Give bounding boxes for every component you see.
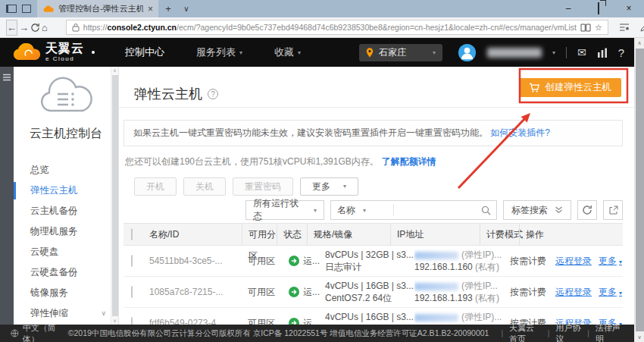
refresh-icon — [582, 205, 592, 215]
sidebar-scrollbar[interactable]: ∧ ∨ — [111, 67, 118, 325]
nav-item-services[interactable]: 服务列表▾ — [196, 45, 242, 59]
vm-private-ip: 192.168.1.193 — [414, 293, 473, 303]
back-button[interactable]: ← — [6, 20, 17, 36]
chevron-down-icon[interactable]: ▾ — [552, 49, 555, 56]
browser-toolbar: ← → ⌂ https://console2.ctyun.cn/ecm/?age… — [0, 17, 644, 38]
minimize-button[interactable]: – — [553, 0, 583, 17]
tab-preview-icon[interactable] — [22, 5, 31, 13]
page-body: 云主机控制台 总览 弹性云主机 云主机备份 物理机服务 云硬盘 云硬盘备份 镜像… — [0, 67, 644, 325]
favorite-star-icon[interactable]: ☆ — [595, 23, 602, 33]
chevron-down-icon: ▾ — [343, 178, 346, 195]
refresh-icon — [30, 23, 40, 33]
row-more-link[interactable]: 更多▾ — [599, 286, 622, 299]
sidebar-item-disk-backup[interactable]: 云硬盘备份 — [14, 262, 118, 283]
vm-id: 54511bb4-3ce5-... — [149, 256, 223, 266]
search-field-select[interactable]: 名称▾ — [331, 204, 394, 216]
row-checkbox[interactable] — [131, 286, 133, 298]
vm-zone: 可用区 — [248, 286, 289, 299]
menu-icon[interactable] — [2, 73, 11, 82]
vm-status: 运... — [303, 286, 320, 299]
browser-tab[interactable]: 管理控制台-弹性云主机 × — [37, 0, 158, 17]
url-host: console2.ctyun.cn — [107, 23, 177, 32]
sidebar-item-disk[interactable]: 云硬盘 — [14, 242, 118, 262]
install-plugin-link[interactable]: 如何安装插件? — [490, 127, 550, 138]
nav-item-console[interactable]: 控制中心 — [125, 45, 164, 59]
search-icon[interactable] — [481, 206, 491, 215]
footer-link-legal[interactable]: 法律声明 — [596, 322, 621, 342]
region-name: 石家庄 — [379, 46, 427, 59]
row-more-link[interactable]: 更多▾ — [599, 255, 622, 268]
vm-id: fdf6b549-0273-4... — [149, 318, 224, 325]
reset-password-button[interactable]: 重置密码 — [233, 177, 293, 196]
url-scheme: https:// — [83, 23, 108, 32]
remote-login-link[interactable]: 远程登录 — [555, 255, 592, 268]
help-icon[interactable]: ? — [618, 46, 624, 59]
region-selector[interactable]: 石家庄 ▾ — [359, 44, 442, 61]
row-checkbox[interactable] — [131, 255, 133, 267]
caret-down-icon: ▾ — [363, 207, 366, 214]
sidebar-item-overview[interactable]: 总览 — [14, 160, 118, 180]
language-switcher[interactable]: 中文（简体） — [11, 322, 64, 342]
create-ecs-button[interactable]: 创建弹性云主机 — [519, 78, 622, 97]
row-checkbox[interactable] — [131, 317, 133, 325]
remote-login-link[interactable]: 远程登录 — [555, 286, 592, 299]
username-redacted[interactable] — [487, 48, 542, 58]
divider — [566, 47, 567, 58]
select-all-checkbox[interactable] — [131, 228, 133, 240]
export-button[interactable] — [603, 200, 623, 220]
vm-eip-redacted — [414, 252, 458, 259]
footer-link-agreement[interactable]: 用户协议 — [555, 322, 581, 342]
start-button[interactable]: 开机 — [134, 177, 177, 196]
batch-actions: 开机 关机 重置密码 更多▾ — [134, 177, 644, 196]
search-input[interactable] — [394, 202, 476, 218]
url-path: /ecm/?agencyId=9b0e5c737ebd49468d74c6b92… — [177, 23, 577, 32]
title-help-icon[interactable]: ? — [208, 89, 218, 99]
forward-button[interactable]: → — [19, 20, 29, 36]
usage-chart-icon[interactable] — [597, 48, 608, 58]
vm-zone: 可用区 — [248, 317, 289, 325]
tab-list-icon[interactable]: ∨ — [178, 0, 195, 17]
address-bar[interactable]: https://console2.ctyun.cn/ecm/?agencyId=… — [66, 20, 608, 35]
sidebar-item-autoscaling[interactable]: ∨弹性伸缩 — [14, 303, 118, 324]
home-button[interactable]: ⌂ — [42, 20, 48, 36]
location-pin-icon — [366, 48, 374, 58]
restore-button[interactable] — [583, 0, 614, 17]
sidebar-item-ecs[interactable]: 弹性云主机 — [14, 180, 118, 201]
close-button[interactable]: × — [614, 0, 644, 17]
caret-down-icon: ▾ — [619, 259, 622, 265]
footer-links: | 天翼云首页 | 用户协议 | 法律声明 — [501, 322, 621, 342]
favorites-hub-icon[interactable] — [619, 23, 630, 32]
sidebar-item-backup[interactable]: 云主机备份 — [14, 201, 118, 221]
web-note-pen-icon[interactable] — [639, 23, 644, 33]
brand-logo[interactable]: 天翼云 e Cloud — [11, 42, 95, 62]
main-content: 弹性云主机 ? 创建弹性云主机 如果云主机一键式重置密码功能未生效，建议安装密码… — [119, 67, 644, 325]
sidebar-menu: 总览 弹性云主机 云主机备份 物理机服务 云硬盘 云硬盘备份 镜像服务 ∨弹性伸… — [14, 160, 118, 342]
reading-view-icon[interactable] — [580, 24, 591, 32]
tag-search-button[interactable]: 标签搜索 — [503, 200, 571, 220]
col-name-id: 名称/ID — [149, 228, 248, 241]
vm-billing: 按需计费 — [510, 255, 555, 268]
footer-link-home[interactable]: 天翼云首页 — [509, 322, 542, 342]
sidebar-item-baremetal[interactable]: 物理机服务 — [14, 221, 118, 242]
refresh-list-button[interactable] — [577, 200, 597, 220]
page-title: 弹性云主机 — [134, 85, 202, 103]
refresh-button[interactable] — [30, 20, 40, 36]
quota-detail-link[interactable]: 了解配额详情 — [382, 156, 436, 167]
col-ip: IP地址 — [390, 224, 486, 245]
sidebar-item-image[interactable]: 镜像服务 — [14, 283, 118, 303]
table-row: 1085a7c8-7215-... 可用区 运... 4vCPUs | 16GB… — [123, 277, 623, 308]
scrollbar-thumb — [112, 75, 118, 316]
console-cloud-icon — [34, 76, 98, 118]
user-avatar[interactable] — [458, 43, 477, 62]
more-actions-button[interactable]: 更多▾ — [300, 177, 358, 196]
new-tab-button[interactable]: + — [158, 0, 178, 17]
tab-close-icon[interactable]: × — [148, 4, 153, 14]
page-scrollbar[interactable]: ∧ ∨ — [634, 38, 644, 342]
mail-icon[interactable]: ✉ — [577, 46, 586, 58]
vm-eip-label: (弹性IP)... — [461, 249, 502, 260]
set-tabs-aside-icon[interactable] — [6, 5, 17, 13]
nav-item-favorites[interactable]: 收藏▾ — [274, 45, 301, 59]
stop-button[interactable]: 关机 — [183, 177, 226, 196]
status-filter-select[interactable]: 所有运行状态 ▾ — [245, 200, 324, 220]
vm-ip-label: (私有) — [475, 293, 499, 303]
